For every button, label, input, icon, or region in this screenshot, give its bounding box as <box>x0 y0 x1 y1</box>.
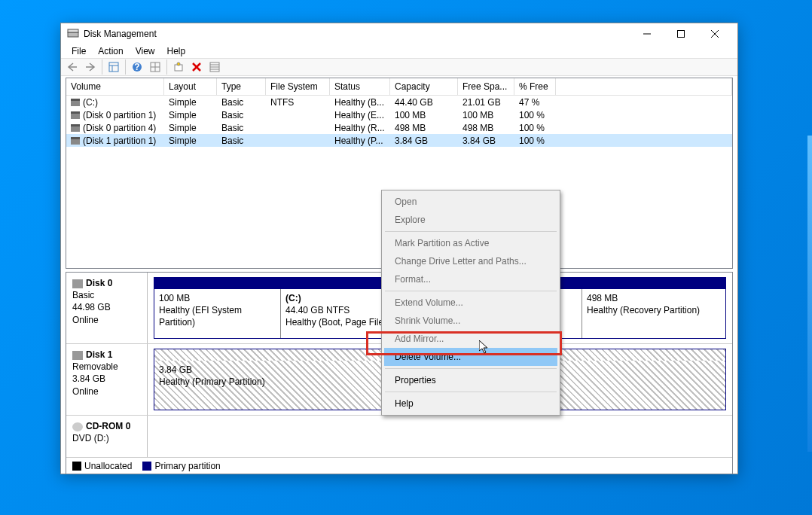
volume-icon <box>71 137 80 145</box>
app-icon <box>67 28 79 40</box>
toolbar: ? <box>61 58 737 76</box>
volume-row[interactable]: (Disk 0 partition 4)SimpleBasicHealthy (… <box>66 121 732 134</box>
volume-row[interactable]: (Disk 1 partition 1)SimpleBasicHealthy (… <box>66 134 732 147</box>
cdrom-partitions <box>148 416 732 457</box>
svg-rect-0 <box>68 32 78 37</box>
svg-rect-6 <box>109 62 118 72</box>
cm-change-letter[interactable]: Change Drive Letter and Paths... <box>384 252 557 270</box>
col-filesystem[interactable]: File System <box>266 78 330 95</box>
disk1-label[interactable]: Disk 1 Removable 3.84 GB Online <box>66 344 148 415</box>
context-menu: Open Explore Mark Partition as Active Ch… <box>381 190 560 416</box>
legend-primary-swatch <box>142 462 151 471</box>
svg-rect-1 <box>68 29 78 32</box>
view-button[interactable] <box>105 59 122 75</box>
menu-help[interactable]: Help <box>161 44 192 58</box>
col-free[interactable]: Free Spa... <box>458 78 514 95</box>
cdrom-icon <box>72 422 83 431</box>
cm-extend[interactable]: Extend Volume... <box>384 294 557 312</box>
cm-format[interactable]: Format... <box>384 270 557 288</box>
cursor-icon <box>479 340 491 355</box>
col-pctfree[interactable]: % Free <box>514 78 556 95</box>
back-button[interactable] <box>64 59 81 75</box>
desktop-accent <box>807 136 812 452</box>
cm-sep <box>385 368 557 369</box>
cm-sep <box>385 291 557 291</box>
close-button[interactable] <box>698 23 731 44</box>
menu-file[interactable]: File <box>66 44 92 58</box>
cm-explore[interactable]: Explore <box>384 211 557 229</box>
cm-help[interactable]: Help <box>384 395 557 413</box>
forward-button[interactable] <box>82 59 99 75</box>
svg-point-15 <box>177 62 180 66</box>
disk0-partition[interactable]: 498 MBHealthy (Recovery Partition) <box>582 289 725 338</box>
delete-button[interactable] <box>188 59 205 75</box>
list-button[interactable] <box>206 59 223 75</box>
cm-open[interactable]: Open <box>384 193 557 211</box>
titlebar[interactable]: Disk Management <box>61 23 737 44</box>
maximize-button[interactable] <box>664 23 698 44</box>
cm-delete-volume[interactable]: Delete Volume... <box>384 348 557 366</box>
menu-action[interactable]: Action <box>92 44 129 58</box>
col-type[interactable]: Type <box>217 78 266 95</box>
volume-list-header: Volume Layout Type File System Status Ca… <box>66 78 732 96</box>
col-volume[interactable]: Volume <box>66 78 164 95</box>
volume-icon <box>71 99 80 106</box>
volume-icon <box>71 111 80 119</box>
menubar: File Action View Help <box>61 44 737 58</box>
volume-row[interactable]: (Disk 0 partition 1)SimpleBasicHealthy (… <box>66 108 732 121</box>
cm-mirror[interactable]: Add Mirror... <box>384 330 557 348</box>
col-status[interactable]: Status <box>330 78 390 95</box>
legend: Unallocated Primary partition <box>66 457 732 474</box>
disk0-label[interactable]: Disk 0 Basic 44.98 GB Online <box>66 273 148 343</box>
col-layout[interactable]: Layout <box>164 78 217 95</box>
disk-icon <box>72 279 83 288</box>
properties-button[interactable] <box>170 59 187 75</box>
volume-icon <box>71 124 80 132</box>
menu-view[interactable]: View <box>130 44 161 58</box>
svg-text:?: ? <box>134 62 139 72</box>
volume-row[interactable]: (C:)SimpleBasicNTFSHealthy (B...44.40 GB… <box>66 96 732 108</box>
cm-sep <box>385 392 557 392</box>
cm-sep <box>385 231 557 232</box>
cdrom-label[interactable]: CD-ROM 0 DVD (D:) <box>66 416 148 457</box>
minimize-button[interactable] <box>630 23 664 44</box>
disk-icon <box>72 351 83 360</box>
cdrom-row: CD-ROM 0 DVD (D:) <box>66 416 732 457</box>
window-title: Disk Management <box>84 29 630 39</box>
grid-button[interactable] <box>147 59 163 75</box>
legend-unalloc-swatch <box>72 462 81 471</box>
cm-shrink[interactable]: Shrink Volume... <box>384 312 557 330</box>
disk0-partition[interactable]: 100 MBHealthy (EFI System Partition) <box>154 289 281 338</box>
col-spacer <box>556 78 732 95</box>
cm-properties[interactable]: Properties <box>384 371 557 389</box>
svg-rect-3 <box>677 31 684 38</box>
help-button[interactable]: ? <box>129 59 145 75</box>
cm-mark-active[interactable]: Mark Partition as Active <box>384 234 557 252</box>
col-capacity[interactable]: Capacity <box>390 78 458 95</box>
